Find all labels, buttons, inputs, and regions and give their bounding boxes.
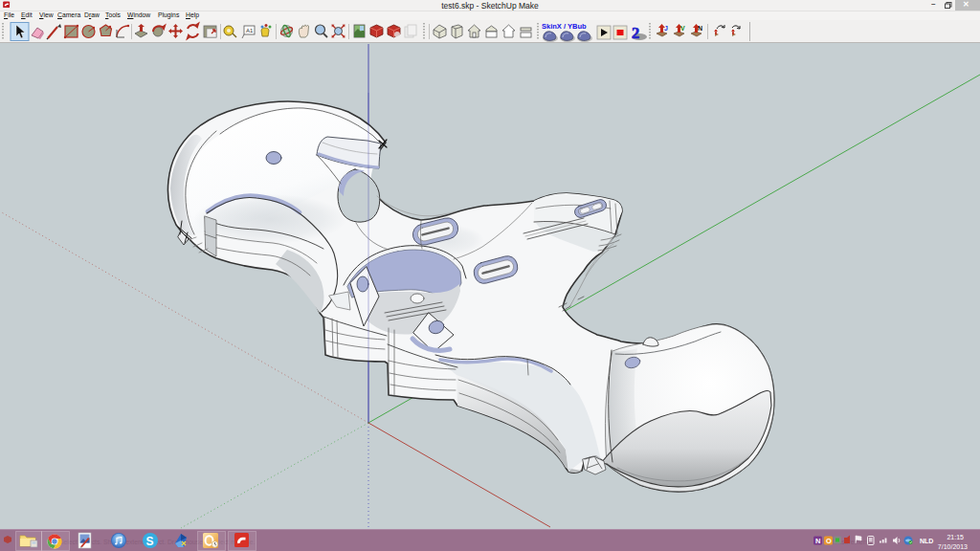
svg-text:7/10/2013: 7/10/2013 (938, 543, 968, 550)
svg-text:V: V (680, 25, 685, 32)
svg-text:SkinX / YBub: SkinX / YBub (542, 22, 587, 31)
svg-text:N: N (698, 25, 702, 32)
svg-text:NLD: NLD (920, 538, 933, 544)
svg-text:2: 2 (632, 24, 639, 42)
svg-text:O: O (826, 537, 832, 545)
svg-text:N: N (815, 537, 820, 545)
svg-text:J: J (664, 25, 668, 32)
svg-text:S: S (146, 535, 154, 548)
svg-text:A1: A1 (246, 28, 254, 33)
svg-text:21:15: 21:15 (947, 534, 964, 540)
